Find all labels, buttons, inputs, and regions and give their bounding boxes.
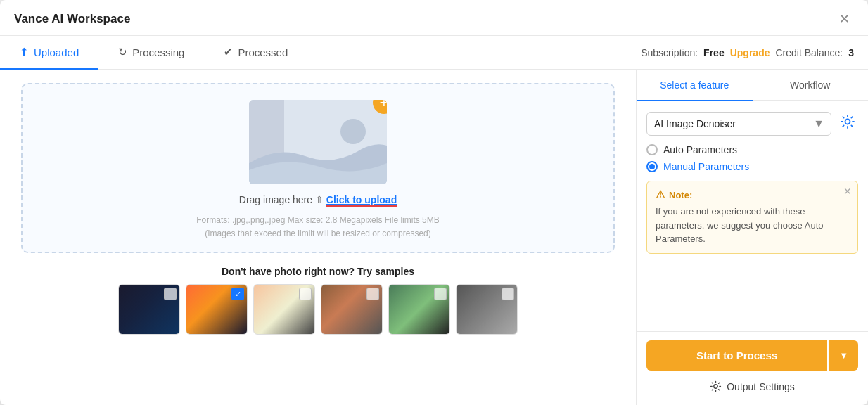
start-process-button[interactable]: Start to Process bbox=[646, 340, 827, 371]
sample-item[interactable] bbox=[388, 284, 450, 335]
tab-bar: ⬆ Uploaded ↻ Processing ✔ Processed Subs… bbox=[0, 36, 868, 70]
right-panel: Select a feature Workflow AI Image Denoi… bbox=[636, 70, 868, 405]
sample-item[interactable] bbox=[456, 284, 518, 335]
tab-processed-label: Processed bbox=[238, 46, 288, 58]
process-dropdown-button[interactable]: ▼ bbox=[829, 340, 858, 371]
sample-checkbox[interactable] bbox=[366, 288, 379, 300]
gear-icon bbox=[840, 114, 855, 129]
close-button[interactable]: ✕ bbox=[835, 10, 854, 28]
svg-point-3 bbox=[845, 120, 850, 124]
note-box: ⚠ Note: ✕ If you are not experienced wit… bbox=[646, 181, 858, 254]
tab-processed[interactable]: ✔ Processed bbox=[204, 36, 307, 70]
subscription-plan: Free bbox=[703, 47, 725, 58]
note-close-button[interactable]: ✕ bbox=[843, 186, 852, 197]
samples-title: Don't have photo right now? Try samples bbox=[21, 266, 615, 277]
sample-item[interactable] bbox=[253, 284, 315, 335]
warning-icon: ⚠ bbox=[656, 188, 665, 201]
tab-uploaded-label: Uploaded bbox=[34, 46, 79, 58]
tab-processing-label: Processing bbox=[132, 46, 184, 58]
sample-checkbox[interactable] bbox=[434, 288, 447, 300]
manual-params-label: Manual Parameters bbox=[663, 161, 749, 172]
right-content: AI Image Denoiser AI Image Sharpener AI … bbox=[637, 101, 868, 331]
window-title: Vance AI Workspace bbox=[14, 12, 130, 26]
sample-item[interactable] bbox=[118, 284, 180, 335]
svg-point-2 bbox=[340, 119, 366, 144]
right-tab-bar: Select a feature Workflow bbox=[637, 70, 868, 101]
tab-processing[interactable]: ↻ Processing bbox=[98, 36, 204, 70]
sample-item[interactable] bbox=[321, 284, 383, 335]
resize-note: (Images that exceed the limilt will be r… bbox=[205, 229, 430, 238]
feature-dropdown[interactable]: AI Image Denoiser AI Image Sharpener AI … bbox=[646, 112, 831, 136]
feature-selector: AI Image Denoiser AI Image Sharpener AI … bbox=[646, 111, 858, 136]
tab-select-feature-label: Select a feature bbox=[660, 79, 729, 91]
auto-params-option[interactable]: Auto Parameters bbox=[646, 144, 858, 155]
sample-checkbox[interactable]: ✓ bbox=[231, 288, 244, 300]
subscription-info: Subscription: Free Upgrade Credit Balanc… bbox=[641, 47, 868, 58]
app-window: Vance AI Workspace ✕ ⬆ Uploaded ↻ Proces… bbox=[0, 0, 868, 405]
tab-select-feature[interactable]: Select a feature bbox=[637, 70, 753, 101]
sample-checkbox[interactable] bbox=[164, 288, 177, 300]
upload-icon: ⬆ bbox=[20, 46, 29, 58]
sample-checkbox[interactable] bbox=[299, 288, 312, 300]
main-area: + Drag image here ⇧ Click to upload Form… bbox=[0, 70, 868, 405]
param-options: Auto Parameters Manual Parameters bbox=[646, 144, 858, 172]
auto-params-radio[interactable] bbox=[646, 144, 658, 155]
manual-params-radio[interactable] bbox=[646, 161, 658, 172]
sample-item[interactable]: ✓ bbox=[186, 284, 248, 335]
upload-zone[interactable]: + Drag image here ⇧ Click to upload Form… bbox=[21, 83, 615, 253]
left-panel: + Drag image here ⇧ Click to upload Form… bbox=[0, 70, 636, 405]
output-gear-icon bbox=[710, 380, 722, 392]
upload-preview: + bbox=[249, 100, 387, 184]
note-title: Note: bbox=[669, 190, 692, 200]
process-dropdown-arrow-icon: ▼ bbox=[839, 350, 848, 361]
tab-uploaded[interactable]: ⬆ Uploaded bbox=[0, 36, 98, 70]
click-upload-wrapper: Click to upload bbox=[326, 194, 397, 207]
note-header: ⚠ Note: bbox=[656, 188, 849, 201]
bottom-actions: Start to Process ▼ Output Settings bbox=[637, 331, 868, 405]
settings-gear-button[interactable] bbox=[837, 111, 858, 136]
tab-workflow-label: Workflow bbox=[790, 79, 830, 91]
samples-section: Don't have photo right now? Try samples … bbox=[21, 266, 615, 335]
title-bar: Vance AI Workspace ✕ bbox=[0, 0, 868, 36]
samples-grid: ✓ bbox=[21, 284, 615, 335]
auto-params-label: Auto Parameters bbox=[663, 144, 737, 155]
drag-text: Drag image here bbox=[239, 194, 312, 205]
upgrade-button[interactable]: Upgrade bbox=[730, 47, 770, 58]
output-settings-label: Output Settings bbox=[727, 381, 795, 392]
tab-workflow[interactable]: Workflow bbox=[753, 70, 869, 101]
manual-params-option[interactable]: Manual Parameters bbox=[646, 161, 858, 172]
credit-label: Credit Balance: bbox=[775, 47, 843, 58]
process-btn-row: Start to Process ▼ bbox=[646, 340, 858, 371]
note-text: If you are not experienced with these pa… bbox=[656, 205, 849, 246]
sample-checkbox[interactable] bbox=[502, 288, 514, 300]
credit-value: 3 bbox=[848, 47, 854, 58]
processing-icon: ↻ bbox=[118, 46, 127, 58]
subscription-label: Subscription: bbox=[641, 47, 698, 58]
feature-dropdown-wrapper: AI Image Denoiser AI Image Sharpener AI … bbox=[646, 112, 831, 136]
click-to-upload-button[interactable]: Click to upload bbox=[326, 194, 397, 205]
processed-icon: ✔ bbox=[224, 46, 233, 58]
svg-point-4 bbox=[714, 385, 717, 388]
output-settings-button[interactable]: Output Settings bbox=[646, 376, 858, 397]
upload-text: Drag image here ⇧ Click to upload bbox=[239, 194, 397, 207]
format-text: Formats: .jpg,.png,.jpeg Max size: 2.8 M… bbox=[196, 215, 439, 225]
format-info: Formats: .jpg,.png,.jpeg Max size: 2.8 M… bbox=[196, 214, 439, 240]
